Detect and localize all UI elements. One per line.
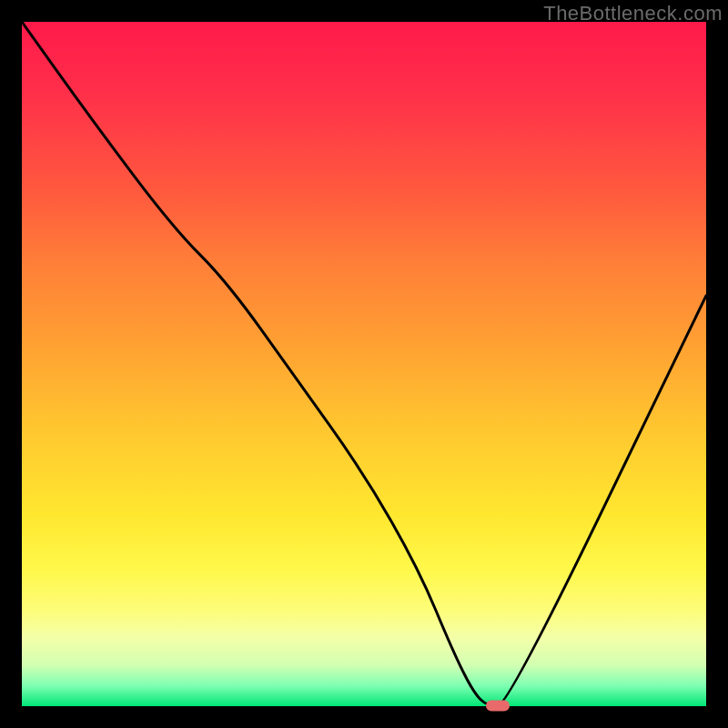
chart-container: TheBottleneck.com [0,0,728,728]
optimum-marker [486,700,510,711]
plot-area [22,22,706,706]
bottleneck-curve [22,22,706,706]
watermark-text: TheBottleneck.com [543,2,723,25]
